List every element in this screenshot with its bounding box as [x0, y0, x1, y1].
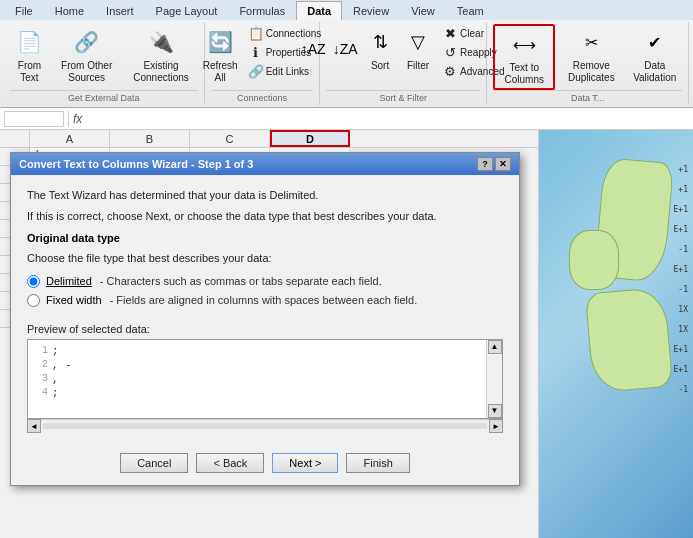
tab-team[interactable]: Team	[446, 1, 495, 20]
advanced-icon: ⚙	[442, 63, 458, 79]
next-button[interactable]: Next >	[272, 453, 338, 473]
dialog-title-buttons: ? ✕	[477, 157, 511, 171]
preview-box: 1;2, -3,4; ▲ ▼	[27, 339, 503, 419]
main-area: A B C D 1-12-13E+14E+15-16E+17-181X91X10…	[0, 130, 693, 538]
radio-delimited: Delimited - Characters such as commas or…	[27, 275, 503, 288]
ribbon-tabs: File Home Insert Page Layout Formulas Da…	[0, 0, 693, 20]
map-data-9: 1X	[678, 325, 688, 334]
radio-fixed-width: Fixed width - Fields are aligned in colu…	[27, 294, 503, 307]
radio-delimited-desc: - Characters such as commas or tabs sepa…	[100, 275, 382, 287]
col-header-a: A	[30, 130, 110, 147]
dialog-section-desc: Choose the file type that best describes…	[27, 250, 503, 267]
radio-fixed-width-input[interactable]	[27, 294, 40, 307]
formula-bar: fx	[0, 108, 693, 130]
preview-section: Preview of selected data: 1;2, -3,4; ▲ ▼…	[27, 323, 503, 433]
tab-insert[interactable]: Insert	[95, 1, 145, 20]
formula-bar-separator	[68, 111, 69, 127]
preview-row-num: 1	[32, 345, 48, 356]
group-sort-filter: ↑AZ ↓ZA ⇅ Sort ▽ Filter	[320, 22, 487, 105]
preview-row-num: 4	[32, 387, 48, 398]
preview-hscroll-left[interactable]: ◄	[27, 419, 41, 433]
connections-icon: 📋	[248, 25, 264, 41]
name-box[interactable]	[4, 111, 64, 127]
preview-row: 3,	[32, 372, 482, 386]
preview-hscroll-right[interactable]: ►	[489, 419, 503, 433]
radio-delimited-input[interactable]	[27, 275, 40, 288]
cancel-button[interactable]: Cancel	[120, 453, 188, 473]
map-data-12: -1	[678, 385, 688, 394]
tab-page-layout[interactable]: Page Layout	[145, 1, 229, 20]
filter-button[interactable]: ▽ Filter	[400, 24, 436, 74]
group-external-data-label: Get External Data	[10, 90, 198, 103]
formula-input[interactable]	[86, 113, 689, 125]
col-header-d: D	[270, 130, 350, 147]
tab-view[interactable]: View	[400, 1, 446, 20]
data-tools-content: ⟷ Text to Columns ✂ Remove Duplicates ✔ …	[493, 24, 682, 90]
ribbon: File Home Insert Page Layout Formulas Da…	[0, 0, 693, 108]
preview-row: 1;	[32, 344, 482, 358]
dialog-body: The Text Wizard has determined that your…	[11, 175, 519, 445]
dialog-subsection: Original data type Choose the file type …	[27, 232, 503, 307]
filter-icon: ▽	[405, 26, 431, 58]
clear-icon: ✖	[442, 25, 458, 41]
clear-label: Clear	[460, 28, 484, 39]
dialog-title-bar: Convert Text to Columns Wizard - Step 1 …	[11, 153, 519, 175]
preview-row: 2, -	[32, 358, 482, 372]
group-data-tools: ⟷ Text to Columns ✂ Remove Duplicates ✔ …	[487, 22, 689, 105]
radio-group: Delimited - Characters such as commas or…	[27, 275, 503, 307]
tab-file[interactable]: File	[4, 1, 44, 20]
sort-za-icon: ↓ZA	[334, 35, 356, 63]
refresh-all-icon: 🔄	[204, 26, 236, 58]
radio-fixed-width-label[interactable]: Fixed width	[46, 294, 102, 306]
refresh-all-button[interactable]: 🔄 Refresh All	[199, 24, 242, 86]
tab-data[interactable]: Data	[296, 1, 342, 20]
from-text-button[interactable]: 📄 From Text	[10, 24, 49, 86]
remove-duplicates-icon: ✂	[575, 26, 607, 58]
fx-label: fx	[73, 112, 82, 126]
corner-cell	[0, 130, 30, 147]
tab-review[interactable]: Review	[342, 1, 400, 20]
group-data-tools-label: Data T...	[493, 90, 682, 103]
preview-scroll-up[interactable]: ▲	[488, 340, 502, 354]
dialog-close-button[interactable]: ✕	[495, 157, 511, 171]
from-text-label: From Text	[14, 60, 45, 84]
sort-az-button[interactable]: ↑AZ	[298, 24, 328, 74]
sort-za-button[interactable]: ↓ZA	[330, 24, 360, 74]
ribbon-body: 📄 From Text 🔗 From Other Sources 🔌 Exist…	[0, 20, 693, 107]
radio-delimited-label[interactable]: Delimited	[46, 275, 92, 287]
sort-icon: ⇅	[367, 26, 393, 58]
from-other-label: From Other Sources	[55, 60, 118, 84]
map-data-3: E+1	[674, 205, 688, 214]
preview-row-num: 2	[32, 359, 48, 370]
group-sort-filter-label: Sort & Filter	[326, 90, 480, 103]
back-button[interactable]: < Back	[196, 453, 264, 473]
data-validation-button[interactable]: ✔ Data Validation	[627, 24, 682, 86]
finish-button[interactable]: Finish	[346, 453, 409, 473]
map-data-6: E+1	[674, 265, 688, 274]
preview-row-data: ;	[52, 387, 59, 399]
preview-row-data: ;	[52, 345, 59, 357]
tab-home[interactable]: Home	[44, 1, 95, 20]
existing-connections-icon: 🔌	[145, 26, 177, 58]
from-other-sources-button[interactable]: 🔗 From Other Sources	[51, 24, 122, 86]
map-data-4: E+1	[674, 225, 688, 234]
col-header-c: C	[190, 130, 270, 147]
preview-row: 4;	[32, 386, 482, 400]
text-to-columns-icon: ⟷	[508, 28, 540, 60]
existing-connections-button[interactable]: 🔌 Existing Connections	[124, 24, 197, 86]
dialog-section-title: Original data type	[27, 232, 503, 244]
dialog: Convert Text to Columns Wizard - Step 1 …	[10, 152, 520, 486]
text-to-columns-button[interactable]: ⟷ Text to Columns	[493, 24, 555, 90]
dialog-help-button[interactable]: ?	[477, 157, 493, 171]
sort-filter-content: ↑AZ ↓ZA ⇅ Sort ▽ Filter	[298, 24, 508, 90]
sort-button[interactable]: ⇅ Sort	[362, 24, 398, 74]
preview-scroll-down[interactable]: ▼	[488, 404, 502, 418]
preview-hscroll-track	[43, 423, 487, 429]
col-header-b: B	[110, 130, 190, 147]
tab-formulas[interactable]: Formulas	[228, 1, 296, 20]
sort-az-icon: ↑AZ	[302, 35, 324, 63]
preview-row-data: ,	[52, 373, 59, 385]
remove-duplicates-button[interactable]: ✂ Remove Duplicates	[557, 24, 625, 86]
group-get-external-data: 📄 From Text 🔗 From Other Sources 🔌 Exist…	[4, 22, 205, 105]
map-data-11: E+1	[674, 365, 688, 374]
